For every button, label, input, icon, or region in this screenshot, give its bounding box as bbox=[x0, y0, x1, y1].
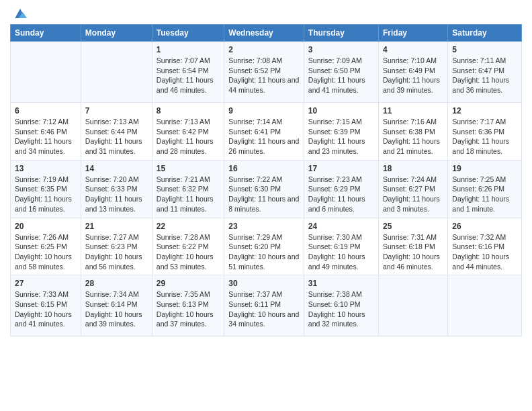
calendar-cell: 6Sunrise: 7:12 AMSunset: 6:46 PMDaylight… bbox=[11, 103, 81, 161]
calendar-cell: 14Sunrise: 7:20 AMSunset: 6:33 PMDayligh… bbox=[81, 160, 152, 218]
cell-content: Sunrise: 7:16 AMSunset: 6:38 PMDaylight:… bbox=[383, 117, 443, 156]
calendar-cell: 13Sunrise: 7:19 AMSunset: 6:35 PMDayligh… bbox=[11, 160, 81, 218]
calendar-cell: 29Sunrise: 7:35 AMSunset: 6:13 PMDayligh… bbox=[152, 275, 224, 336]
day-number: 31 bbox=[308, 279, 374, 288]
calendar-cell: 11Sunrise: 7:16 AMSunset: 6:38 PMDayligh… bbox=[379, 103, 448, 161]
cell-content: Sunrise: 7:22 AMSunset: 6:30 PMDaylight:… bbox=[228, 175, 300, 214]
day-header: Tuesday bbox=[152, 25, 224, 42]
cell-content: Sunrise: 7:23 AMSunset: 6:29 PMDaylight:… bbox=[308, 175, 374, 214]
day-number: 18 bbox=[383, 164, 443, 173]
cell-content: Sunrise: 7:26 AMSunset: 6:25 PMDaylight:… bbox=[15, 232, 77, 272]
header bbox=[10, 7, 522, 20]
day-number: 25 bbox=[383, 222, 443, 231]
cell-content: Sunrise: 7:31 AMSunset: 6:18 PMDaylight:… bbox=[383, 232, 443, 272]
calendar-week-row: 27Sunrise: 7:33 AMSunset: 6:15 PMDayligh… bbox=[11, 275, 522, 336]
cell-content: Sunrise: 7:13 AMSunset: 6:42 PMDaylight:… bbox=[157, 117, 220, 156]
day-number: 20 bbox=[15, 222, 77, 231]
day-number: 8 bbox=[157, 106, 220, 116]
day-number: 13 bbox=[15, 164, 77, 173]
calendar-cell bbox=[448, 275, 522, 336]
cell-content: Sunrise: 7:19 AMSunset: 6:35 PMDaylight:… bbox=[15, 175, 77, 214]
cell-content: Sunrise: 7:27 AMSunset: 6:23 PMDaylight:… bbox=[85, 232, 148, 272]
calendar-cell: 10Sunrise: 7:15 AMSunset: 6:39 PMDayligh… bbox=[304, 103, 378, 161]
day-number: 29 bbox=[157, 279, 220, 288]
day-number: 5 bbox=[452, 45, 517, 54]
cell-content: Sunrise: 7:37 AMSunset: 6:11 PMDaylight:… bbox=[228, 289, 300, 329]
calendar-cell: 31Sunrise: 7:38 AMSunset: 6:10 PMDayligh… bbox=[304, 275, 378, 336]
day-number: 27 bbox=[15, 279, 77, 288]
calendar-week-row: 13Sunrise: 7:19 AMSunset: 6:35 PMDayligh… bbox=[11, 160, 522, 218]
page: SundayMondayTuesdayWednesdayThursdayFrid… bbox=[0, 0, 532, 347]
day-number: 26 bbox=[452, 222, 517, 231]
day-header: Monday bbox=[81, 25, 152, 42]
calendar-cell: 3Sunrise: 7:09 AMSunset: 6:50 PMDaylight… bbox=[304, 42, 378, 103]
day-header: Sunday bbox=[11, 25, 81, 42]
cell-content: Sunrise: 7:20 AMSunset: 6:33 PMDaylight:… bbox=[85, 175, 148, 214]
day-number: 10 bbox=[308, 106, 374, 116]
cell-content: Sunrise: 7:25 AMSunset: 6:26 PMDaylight:… bbox=[452, 175, 517, 214]
calendar-cell: 16Sunrise: 7:22 AMSunset: 6:30 PMDayligh… bbox=[224, 160, 304, 218]
cell-content: Sunrise: 7:32 AMSunset: 6:16 PMDaylight:… bbox=[452, 232, 517, 272]
day-number: 14 bbox=[85, 164, 148, 173]
calendar-week-row: 6Sunrise: 7:12 AMSunset: 6:46 PMDaylight… bbox=[11, 103, 522, 161]
cell-content: Sunrise: 7:14 AMSunset: 6:41 PMDaylight:… bbox=[228, 117, 300, 156]
cell-content: Sunrise: 7:29 AMSunset: 6:20 PMDaylight:… bbox=[228, 232, 300, 272]
logo bbox=[10, 9, 28, 20]
day-number: 4 bbox=[383, 45, 443, 54]
calendar-cell: 8Sunrise: 7:13 AMSunset: 6:42 PMDaylight… bbox=[152, 103, 224, 161]
cell-content: Sunrise: 7:17 AMSunset: 6:36 PMDaylight:… bbox=[452, 117, 517, 156]
calendar-cell: 7Sunrise: 7:13 AMSunset: 6:44 PMDaylight… bbox=[81, 103, 152, 161]
day-number: 22 bbox=[157, 222, 220, 231]
day-header: Wednesday bbox=[224, 25, 304, 42]
calendar-table: SundayMondayTuesdayWednesdayThursdayFrid… bbox=[10, 24, 522, 336]
cell-content: Sunrise: 7:13 AMSunset: 6:44 PMDaylight:… bbox=[85, 117, 148, 156]
day-number: 3 bbox=[308, 45, 374, 54]
calendar-cell: 9Sunrise: 7:14 AMSunset: 6:41 PMDaylight… bbox=[224, 103, 304, 161]
day-number: 28 bbox=[85, 279, 148, 288]
day-number: 21 bbox=[85, 222, 148, 231]
cell-content: Sunrise: 7:28 AMSunset: 6:22 PMDaylight:… bbox=[157, 232, 220, 272]
day-header: Friday bbox=[379, 25, 448, 42]
calendar-cell bbox=[379, 275, 448, 336]
cell-content: Sunrise: 7:11 AMSunset: 6:47 PMDaylight:… bbox=[452, 56, 517, 95]
cell-content: Sunrise: 7:38 AMSunset: 6:10 PMDaylight:… bbox=[308, 289, 374, 329]
calendar-cell: 4Sunrise: 7:10 AMSunset: 6:49 PMDaylight… bbox=[379, 42, 448, 103]
calendar-week-row: 20Sunrise: 7:26 AMSunset: 6:25 PMDayligh… bbox=[11, 218, 522, 275]
cell-content: Sunrise: 7:21 AMSunset: 6:32 PMDaylight:… bbox=[157, 175, 220, 214]
calendar-cell: 2Sunrise: 7:08 AMSunset: 6:52 PMDaylight… bbox=[224, 42, 304, 103]
day-number: 6 bbox=[15, 106, 77, 116]
day-number: 19 bbox=[452, 164, 517, 173]
calendar-cell: 25Sunrise: 7:31 AMSunset: 6:18 PMDayligh… bbox=[379, 218, 448, 275]
calendar-cell: 21Sunrise: 7:27 AMSunset: 6:23 PMDayligh… bbox=[81, 218, 152, 275]
day-number: 11 bbox=[383, 106, 443, 116]
calendar-cell: 28Sunrise: 7:34 AMSunset: 6:14 PMDayligh… bbox=[81, 275, 152, 336]
calendar-cell: 1Sunrise: 7:07 AMSunset: 6:54 PMDaylight… bbox=[152, 42, 224, 103]
cell-content: Sunrise: 7:35 AMSunset: 6:13 PMDaylight:… bbox=[157, 289, 220, 329]
calendar-cell: 18Sunrise: 7:24 AMSunset: 6:27 PMDayligh… bbox=[379, 160, 448, 218]
header-row: SundayMondayTuesdayWednesdayThursdayFrid… bbox=[11, 25, 522, 42]
calendar-cell: 15Sunrise: 7:21 AMSunset: 6:32 PMDayligh… bbox=[152, 160, 224, 218]
calendar-cell: 23Sunrise: 7:29 AMSunset: 6:20 PMDayligh… bbox=[224, 218, 304, 275]
calendar-cell: 24Sunrise: 7:30 AMSunset: 6:19 PMDayligh… bbox=[304, 218, 378, 275]
day-number: 9 bbox=[228, 106, 300, 116]
cell-content: Sunrise: 7:34 AMSunset: 6:14 PMDaylight:… bbox=[85, 289, 148, 329]
calendar-cell bbox=[81, 42, 152, 103]
calendar-cell: 5Sunrise: 7:11 AMSunset: 6:47 PMDaylight… bbox=[448, 42, 522, 103]
day-number: 12 bbox=[452, 106, 517, 116]
calendar-cell: 27Sunrise: 7:33 AMSunset: 6:15 PMDayligh… bbox=[11, 275, 81, 336]
day-number: 7 bbox=[85, 106, 148, 116]
calendar-cell: 30Sunrise: 7:37 AMSunset: 6:11 PMDayligh… bbox=[224, 275, 304, 336]
cell-content: Sunrise: 7:30 AMSunset: 6:19 PMDaylight:… bbox=[308, 232, 374, 272]
day-number: 23 bbox=[228, 222, 300, 231]
day-number: 17 bbox=[308, 164, 374, 173]
calendar-week-row: 1Sunrise: 7:07 AMSunset: 6:54 PMDaylight… bbox=[11, 42, 522, 103]
calendar-cell: 17Sunrise: 7:23 AMSunset: 6:29 PMDayligh… bbox=[304, 160, 378, 218]
cell-content: Sunrise: 7:08 AMSunset: 6:52 PMDaylight:… bbox=[228, 56, 300, 95]
cell-content: Sunrise: 7:15 AMSunset: 6:39 PMDaylight:… bbox=[308, 117, 374, 156]
day-number: 1 bbox=[157, 45, 220, 54]
day-number: 15 bbox=[157, 164, 220, 173]
cell-content: Sunrise: 7:07 AMSunset: 6:54 PMDaylight:… bbox=[157, 56, 220, 95]
cell-content: Sunrise: 7:10 AMSunset: 6:49 PMDaylight:… bbox=[383, 56, 443, 95]
day-header: Thursday bbox=[304, 25, 378, 42]
calendar-cell: 19Sunrise: 7:25 AMSunset: 6:26 PMDayligh… bbox=[448, 160, 522, 218]
